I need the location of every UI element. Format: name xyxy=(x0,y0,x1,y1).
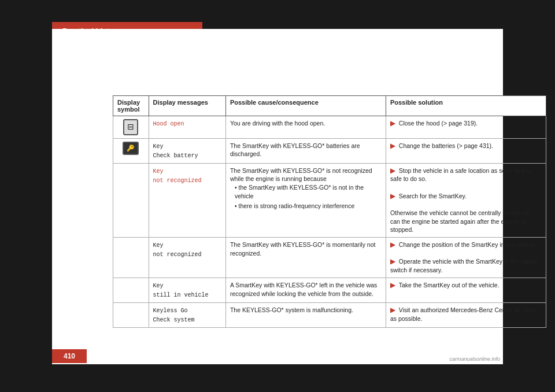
col-header-cause: Possible cause/consequence xyxy=(225,96,386,116)
solution-cell: ▶ Change the batteries (> page 431). xyxy=(386,138,546,163)
hood-icon: ⊟ xyxy=(123,119,138,135)
cause-cell: You are driving with the hood open. xyxy=(225,116,386,139)
symbol-cell xyxy=(113,302,149,327)
symbol-cell xyxy=(113,278,149,302)
cause-cell: The KEYLESS-GO* system is malfunctioning… xyxy=(225,302,386,327)
solution-cell: ▶ Visit an authorized Mercedes-Benz Cent… xyxy=(386,302,546,327)
table-row: Keynot recognized The SmartKey with KEYL… xyxy=(113,163,546,238)
cause-cell: The SmartKey with KEYLESS-GO* is momenta… xyxy=(225,238,386,278)
arrow-icon: ▶ xyxy=(390,120,395,127)
bullet-item: there is strong radio-frequency interfer… xyxy=(235,202,382,210)
solution-cell: ▶ Take the SmartKey out of the vehicle. xyxy=(386,278,546,302)
display-message-black: Keyless GoCheck system xyxy=(153,308,195,323)
table-row: ⊟ Hood open You are driving with the hoo… xyxy=(113,116,546,139)
message-cell: Keystill in vehicle xyxy=(149,278,225,302)
col-header-symbol: Display symbol xyxy=(113,96,149,116)
display-message-black: Keystill in vehicle xyxy=(153,283,209,298)
table-row: Keystill in vehicle A SmartKey with KEYL… xyxy=(113,278,546,302)
display-message-black: Keynot recognized xyxy=(153,242,202,258)
solution-cell: ▶ Stop the vehicle in a safe location as… xyxy=(386,163,546,238)
arrow-icon: ▶ xyxy=(390,142,395,149)
page-content: Display symbol Display messages Possible… xyxy=(52,29,503,364)
table-row: 🔑 KeyCheck battery The SmartKey with KEY… xyxy=(113,138,546,163)
symbol-cell xyxy=(113,163,149,238)
message-cell: Keyless GoCheck system xyxy=(149,302,225,327)
display-message-black: KeyCheck battery xyxy=(153,143,198,159)
symbol-cell: ⊟ xyxy=(113,116,149,139)
table-row: Keynot recognized The SmartKey with KEYL… xyxy=(113,238,546,278)
main-table-container: Display symbol Display messages Possible… xyxy=(113,95,546,328)
message-cell: KeyCheck battery xyxy=(149,138,225,163)
arrow-icon: ▶ xyxy=(390,306,395,313)
arrow-icon: ▶ xyxy=(390,241,395,248)
bullet-item: the SmartKey with KEYLESS-GO* is not in … xyxy=(235,183,382,200)
cause-cell: A SmartKey with KEYLESS-GO* left in the … xyxy=(225,278,386,302)
display-messages-table: Display symbol Display messages Possible… xyxy=(113,95,546,328)
arrow-icon: ▶ xyxy=(390,193,395,199)
table-row: Keyless GoCheck system The KEYLESS-GO* s… xyxy=(113,302,546,327)
cause-cell: The SmartKey with KEYLESS-GO* is not rec… xyxy=(225,163,386,238)
arrow-icon: ▶ xyxy=(390,258,395,265)
display-message-red: Keynot recognized xyxy=(153,168,202,184)
symbol-cell: 🔑 xyxy=(113,138,149,163)
message-cell: Keynot recognized xyxy=(149,163,225,238)
solution-cell: ▶ Change the position of the SmartKey in… xyxy=(386,238,546,278)
message-cell: Hood open xyxy=(149,116,225,139)
arrow-icon: ▶ xyxy=(390,282,395,289)
message-cell: Keynot recognized xyxy=(149,238,225,278)
solution-cell: ▶ Close the hood (> page 319). xyxy=(386,116,546,139)
key-battery-icon: 🔑 xyxy=(123,142,139,155)
col-header-solution: Possible solution xyxy=(386,96,546,116)
cause-bullet-list: the SmartKey with KEYLESS-GO* is not in … xyxy=(230,183,382,210)
cause-cell: The SmartKey with KEYLESS-GO* batteries … xyxy=(225,138,386,163)
col-header-messages: Display messages xyxy=(149,96,225,116)
page-number: 410 xyxy=(52,349,87,363)
watermark: carmanualsonline.info xyxy=(449,356,500,362)
display-message-red: Hood open xyxy=(153,121,184,127)
symbol-cell xyxy=(113,238,149,278)
arrow-icon: ▶ xyxy=(390,167,395,174)
